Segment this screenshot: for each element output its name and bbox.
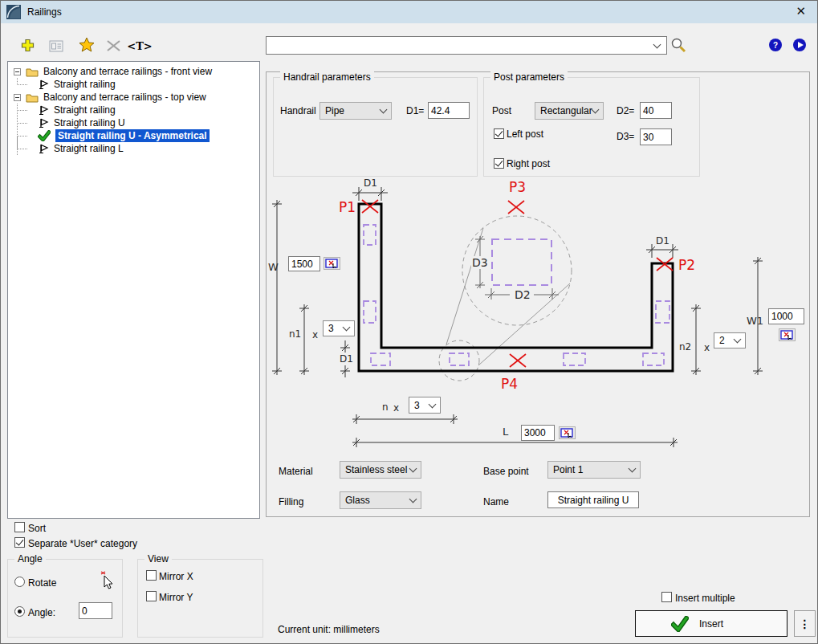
flag-icon [38,143,49,154]
w1-input[interactable] [768,308,804,324]
base-point-select[interactable]: Point 1 [547,461,641,479]
insert-multiple-checkbox[interactable] [661,592,672,602]
diagram-d1-label: D1 [656,235,669,247]
n-count-select[interactable]: 3 [409,397,441,414]
d1-input[interactable] [428,102,470,119]
close-icon[interactable]: ✕ [796,4,806,18]
w1-pick-button[interactable] [779,328,796,341]
insert-button[interactable]: Insert [635,610,787,637]
play-button[interactable] [793,39,806,51]
collapse-icon[interactable] [14,94,21,101]
tree-item-straight-railing-u-asymmetrical[interactable]: Straight railing U - Asymmetrical [8,129,259,142]
handrail-label: Handrail [280,105,316,116]
material-select[interactable]: Stainless steel [340,461,421,479]
w-pick-button[interactable] [324,257,340,270]
mirror-y-checkbox[interactable] [146,591,157,601]
tree-item-straight-railing-front[interactable]: Straight railing [8,78,259,91]
left-post-checkbox[interactable] [494,128,504,139]
group-title: View [144,553,172,565]
mirror-x-checkbox[interactable] [146,570,157,581]
help-button[interactable]: ? [769,39,782,51]
filling-label: Filling [279,496,303,507]
favorites-button[interactable] [78,35,96,53]
diagram-x-label: x [312,329,318,340]
filling-select[interactable]: Glass [340,491,421,509]
pick-point-icon [780,330,794,340]
l-pick-button[interactable] [559,426,576,439]
l-input[interactable] [521,425,555,441]
railing-editor-panel: Handrail parameters Handrail Pipe D1= Po… [266,71,810,517]
delete-cross-icon [106,39,121,52]
chevron-down-icon [380,106,388,114]
separate-user-category-checkbox[interactable] [14,537,25,548]
insert-label: Insert [699,618,723,630]
diagram-d2-label: D2 [515,288,531,301]
rotate-label: Rotate [28,577,56,589]
collapse-icon[interactable] [14,68,21,75]
mouse-cursor [99,571,115,590]
chevron-down-icon [592,106,600,114]
tree-item-straight-railing-l[interactable]: Straight railing L [8,142,259,155]
chevron-down-icon[interactable] [653,40,661,48]
search-combobox[interactable] [266,36,667,55]
flag-icon [38,117,49,128]
app-icon [6,5,21,19]
d3-input[interactable] [640,128,672,145]
check-icon [38,130,51,141]
handrail-select[interactable]: Pipe [319,102,392,120]
tree-label-selected: Straight railing U - Asymmetrical [55,129,210,142]
flag-icon [38,104,49,116]
form-view-button[interactable] [47,37,65,55]
post-select[interactable]: Rectangular [535,102,604,120]
d3-label: D3= [617,131,634,142]
check-icon [671,616,689,632]
angle-radio[interactable] [14,606,25,617]
tree-item-straight-railing-u[interactable]: Straight railing U [8,116,259,129]
diagram-p1-label: P1 [339,199,356,215]
add-button[interactable] [18,36,36,54]
group-title: Post parameters [490,71,568,83]
text-tool-button[interactable]: <T> [131,37,149,55]
rotate-radio[interactable] [14,577,25,587]
diagram-x-label: x [704,342,710,353]
mirror-x-label: Mirror X [159,571,193,582]
mirror-y-label: Mirror Y [159,592,193,603]
delete-button[interactable] [104,37,122,55]
railing-diagram: P1 P3 P2 P4 W n1 x D1 D1 D1 D3 D2 W1 n2 … [267,177,811,458]
ellipsis-icon: ⋮ [800,618,811,630]
angle-input[interactable] [79,602,112,619]
folder-icon [26,92,39,103]
railing-tree: Balcony and terrace railings - front vie… [7,61,260,519]
railings-dialog: Railings ✕ <T> ? Balcony and terrace rai… [0,0,818,644]
search-input[interactable] [267,37,654,54]
w-input[interactable] [288,256,320,271]
post-label: Post [492,105,511,116]
separate-user-category-label: Separate *User* category [28,538,137,549]
search-icon[interactable] [670,37,686,53]
d2-input[interactable] [640,102,672,119]
play-icon [798,42,804,48]
n2-count-select[interactable]: 2 [714,332,746,348]
n1-count-select[interactable]: 3 [323,320,355,336]
tree-folder-top-view[interactable]: Balcony and terrace railings - top view [8,91,259,104]
group-title: Angle [14,553,46,565]
right-post-checkbox[interactable] [494,158,504,169]
tree-item-straight-railing-top[interactable]: Straight railing [8,104,259,116]
name-input[interactable] [547,491,639,508]
chevron-down-icon [409,465,417,473]
sort-label: Sort [28,523,46,534]
folder-icon [26,67,39,77]
pick-point-icon [325,259,339,268]
title-bar: Railings ✕ [1,1,817,23]
help-label: ? [773,41,778,50]
tree-folder-front-view[interactable]: Balcony and terrace railings - front vie… [8,65,259,78]
sort-checkbox[interactable] [14,522,25,532]
more-options-button[interactable]: ⋮ [794,610,816,637]
diagram-n1-label: n1 [289,328,301,340]
tree-label: Balcony and terrace railings - top view [43,92,206,103]
chevron-down-icon [429,400,437,408]
chevron-down-icon [343,324,351,332]
group-title: Handrail parameters [280,71,374,83]
diagram-p2-label: P2 [678,257,695,273]
view-group: View Mirror X Mirror Y [137,559,263,638]
